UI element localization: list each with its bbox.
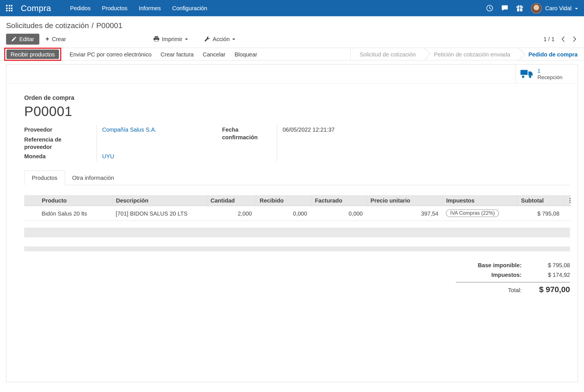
top-navbar: Compra Pedidos Productos Informes Config…	[0, 0, 584, 16]
create-button[interactable]: + Crear	[42, 34, 70, 44]
user-name: Caro Vidal	[545, 5, 572, 11]
user-menu[interactable]: Caro Vidal	[531, 3, 578, 13]
proveedor-value-link[interactable]: Compañía Salus S.A.	[102, 126, 156, 133]
drag-handle-cell	[24, 206, 38, 221]
table-options-icon[interactable]: ⋮	[563, 195, 571, 206]
edit-button[interactable]: Editar	[6, 33, 39, 45]
col-descripcion[interactable]: Descripción	[112, 195, 207, 206]
field-row-proveedor: Proveedor Compañía Salus S.A.	[24, 125, 222, 134]
breadcrumb: Solicitudes de cotización/P00001	[6, 21, 122, 29]
truck-icon	[520, 69, 533, 79]
field-group-right: Fecha confirmación 06/05/2022 12:21:37	[222, 125, 449, 162]
statusbar-band: Recibir productos Enviar PC por correo e…	[0, 48, 584, 60]
menu-configuracion[interactable]: Configuración	[172, 5, 207, 11]
moneda-label: Moneda	[24, 152, 97, 161]
receipt-count: 1	[537, 68, 562, 74]
receive-products-button[interactable]: Recibir productos	[7, 49, 59, 59]
order-line-row[interactable]: Bidón Salus 20 lts [701] BIDON SALUS 20 …	[24, 206, 571, 221]
total-label: Total:	[456, 287, 522, 294]
referencia-label: Referencia de proveedor	[24, 134, 97, 152]
base-amount-row: Base imponible: $ 795,08	[456, 261, 570, 270]
print-label: Imprimir	[162, 36, 182, 42]
table-header-row: Producto Descripción Cantidad Recibido F…	[24, 195, 571, 206]
pager-next-button[interactable]	[572, 35, 578, 43]
button-box: 1 Recepción	[7, 65, 578, 84]
receipt-label: Recepción	[537, 74, 562, 80]
totals-divider	[456, 282, 570, 283]
chevron-left-icon	[561, 36, 565, 42]
col-producto[interactable]: Producto	[38, 195, 112, 206]
chevron-down-icon	[232, 39, 236, 40]
fecha-confirmacion-value: 06/05/2022 12:21:37	[277, 125, 449, 162]
print-dropdown[interactable]: Imprimir	[150, 34, 192, 44]
pager: 1 / 1	[543, 35, 578, 43]
cell-recibido: 0,000	[256, 206, 311, 221]
pager-value[interactable]: 1 / 1	[543, 36, 554, 42]
breadcrumb-parent[interactable]: Solicitudes de cotización	[6, 21, 89, 29]
document-type-label: Orden de compra	[24, 94, 570, 101]
col-subtotal[interactable]: Subtotal	[517, 195, 563, 206]
pencil-icon	[11, 37, 16, 41]
proveedor-label: Proveedor	[24, 125, 97, 134]
chevron-down-icon	[575, 8, 578, 9]
status-step-rfq-sent[interactable]: Petición de cotización enviada	[425, 48, 519, 60]
lock-button[interactable]: Bloquear	[230, 49, 262, 59]
col-recibido[interactable]: Recibido	[256, 195, 311, 206]
form-sheet: 1 Recepción Orden de compra P00001 Prove…	[6, 64, 578, 382]
plus-icon: +	[45, 36, 49, 42]
base-amount-label: Base imponible:	[456, 262, 522, 269]
col-cantidad[interactable]: Cantidad	[207, 195, 256, 206]
create-button-label: Crear	[52, 36, 66, 42]
action-label: Acción	[213, 36, 230, 42]
cell-subtotal: $ 795,08	[517, 206, 563, 221]
referencia-value	[97, 134, 222, 152]
field-row-referencia: Referencia de proveedor	[24, 134, 222, 152]
cancel-button[interactable]: Cancelar	[198, 49, 230, 59]
tax-amount-value: $ 174,92	[522, 271, 570, 278]
tab-productos[interactable]: Productos	[24, 170, 65, 185]
field-group-left: Proveedor Compañía Salus S.A. Referencia…	[24, 125, 222, 162]
col-impuestos[interactable]: Impuestos	[442, 195, 517, 206]
printer-icon	[154, 36, 159, 42]
handle-column-header	[24, 195, 38, 206]
chevron-right-icon	[573, 36, 576, 42]
base-amount-value: $ 795,08	[522, 262, 570, 269]
sheet-body: Orden de compra P00001 Proveedor Compañí…	[7, 94, 578, 296]
field-row-fecha: Fecha confirmación 06/05/2022 12:21:37	[222, 125, 449, 162]
control-panel: Editar + Crear Imprimir	[0, 31, 584, 47]
cell-facturado: 0,000	[311, 206, 367, 221]
receipt-stat-button[interactable]: 1 Recepción	[516, 65, 578, 83]
send-po-email-button[interactable]: Enviar PC por correo electrónico	[65, 49, 156, 59]
pager-previous-button[interactable]	[560, 35, 566, 43]
status-step-rfq[interactable]: Solicitud de cotización	[350, 48, 425, 60]
apps-menu-icon[interactable]	[6, 5, 12, 11]
menu-informes[interactable]: Informes	[139, 5, 161, 11]
edit-button-label: Editar	[19, 36, 34, 42]
action-dropdown[interactable]: Acción	[201, 34, 239, 44]
col-precio-unitario[interactable]: Precio unitario	[367, 195, 442, 206]
tab-otra-informacion[interactable]: Otra información	[65, 170, 121, 185]
activities-clock-icon[interactable]	[486, 5, 493, 12]
col-facturado[interactable]: Facturado	[311, 195, 367, 206]
totals-block: Base imponible: $ 795,08 Impuestos: $ 17…	[456, 261, 570, 296]
menu-pedidos[interactable]: Pedidos	[70, 5, 91, 11]
create-invoice-button[interactable]: Crear factura	[156, 49, 198, 59]
gift-icon[interactable]	[516, 5, 523, 12]
redacted-row-placeholder	[24, 246, 570, 251]
page: Compra Pedidos Productos Informes Config…	[0, 0, 584, 392]
tax-amount-label: Impuestos:	[456, 271, 522, 278]
order-lines-table: Producto Descripción Cantidad Recibido F…	[24, 195, 571, 221]
cell-precio-unitario: 397,54	[367, 206, 442, 221]
messages-chat-icon[interactable]	[501, 5, 508, 12]
breadcrumb-separator: /	[92, 21, 94, 29]
tax-badge: IVA Compras (22%)	[446, 210, 499, 217]
menu-productos[interactable]: Productos	[102, 5, 127, 11]
status-step-purchase-order[interactable]: Pedido de compra	[519, 48, 584, 60]
field-groups: Proveedor Compañía Salus S.A. Referencia…	[24, 125, 570, 162]
systray: Caro Vidal	[486, 3, 578, 13]
cell-descripcion: [701] BIDON SALUS 20 LTS	[112, 206, 207, 221]
breadcrumb-current: P00001	[96, 21, 122, 29]
moneda-value-link[interactable]: UYU	[102, 153, 114, 160]
breadcrumb-row: Solicitudes de cotización/P00001	[0, 16, 584, 31]
app-brand[interactable]: Compra	[21, 3, 51, 13]
